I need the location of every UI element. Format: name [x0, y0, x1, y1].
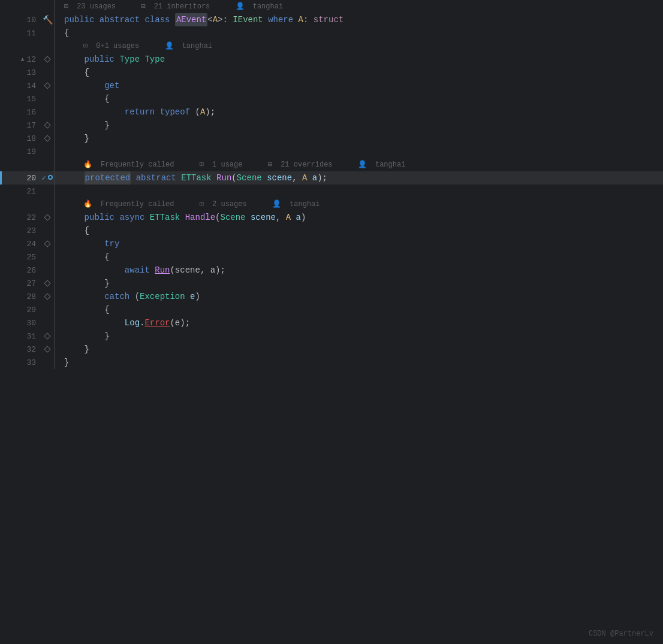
svg-point-1 [49, 176, 52, 179]
line-number-11: 11 [26, 29, 36, 38]
code-line-24: 24 try [0, 237, 663, 250]
usages-icon-20: ⊡ [200, 158, 204, 171]
line-number-31: 31 [26, 332, 36, 341]
code-line-10: 10 🔨 public abstract class AEvent<A>: IE… [0, 13, 663, 26]
usages-count-12: 0+1 usages [96, 40, 139, 53]
line-number-29: 29 [26, 306, 36, 315]
line-number-33: 33 [26, 358, 36, 367]
code-line-16: 16 return typeof (A); [0, 105, 663, 119]
line-number-16: 16 [26, 108, 36, 117]
usages-count-20: 1 usage [212, 158, 242, 171]
author-icon-20: 👤 [358, 158, 367, 171]
code-line-26: 26 await Run(scene, a); [0, 264, 663, 277]
code-line-23: 23 { [0, 224, 663, 237]
line-number-24: 24 [26, 240, 36, 249]
code-line-11: 11 { [0, 26, 663, 40]
code-line-22: 22 public async ETTask Handle(Scene scen… [0, 211, 663, 224]
line-number-14: 14 [26, 81, 36, 90]
checkmark-icon-20: ✓ [41, 174, 46, 183]
code-line-13: 13 { [0, 66, 663, 79]
author-icon-12: 👤 [165, 40, 174, 53]
usages-count-22: 2 usages [212, 198, 247, 211]
diamond-icon-18 [44, 135, 50, 141]
code-line-21: 21 [0, 185, 663, 198]
line-number-32: 32 [26, 345, 36, 354]
code-line-17: 17 } [0, 119, 663, 132]
author-icon-10: 👤 [236, 0, 245, 13]
overrides-icon-20: ⊟ [268, 158, 272, 171]
line-number-21: 21 [26, 187, 36, 196]
diamond-icon-32 [44, 346, 50, 352]
code-line-32: 32 } [0, 343, 663, 356]
editor-container: ⊡ 23 usages ⊟ 21 inheritors 👤 tanghai 10… [0, 0, 663, 644]
line-number-12: 12 [26, 55, 36, 64]
flame-icon-22: 🔥 [83, 198, 92, 211]
line-number-25: 25 [26, 253, 36, 262]
usages-count-10: 23 usages [77, 0, 116, 13]
code-line-30: 30 Log.Error(e); [0, 316, 663, 329]
code-line-25: 25 { [0, 250, 663, 264]
line-number-13: 13 [26, 68, 36, 77]
diamond-icon-28 [44, 293, 50, 300]
meta-line-22: 🔥 Frequently called ⊡ 2 usages 👤 tanghai [55, 198, 320, 211]
line-number-28: 28 [26, 292, 36, 301]
author-22: tanghai [290, 198, 320, 211]
diamond-icon-14 [44, 82, 50, 89]
inheritors-count-10: 21 inheritors [154, 0, 210, 13]
author-12: tanghai [182, 40, 212, 53]
usages-icon-12: ⊡ [83, 40, 88, 53]
flame-icon-20: 🔥 [83, 158, 92, 171]
meta-line-12: ⊡ 0+1 usages 👤 tanghai [55, 40, 212, 53]
code-line-18: 18 } [0, 132, 663, 145]
inheritors-icon-10: ⊟ [141, 0, 145, 13]
author-icon-22: 👤 [272, 198, 281, 211]
code-line-12: ▲ 12 public Type Type [0, 53, 663, 66]
diamond-icon-12 [44, 56, 50, 62]
line-number-17: 17 [26, 121, 36, 130]
meta-line-20: 🔥 Frequently called ⊡ 1 usage ⊟ 21 overr… [55, 158, 405, 171]
line-number-10: 10 [26, 16, 36, 25]
diamond-icon-27 [44, 280, 50, 286]
dot-icon-20 [47, 173, 53, 183]
code-line-27: 27 } [0, 277, 663, 290]
diamond-icon-17 [44, 122, 50, 128]
usages-icon-22: ⊡ [200, 198, 204, 211]
author-10: tanghai [253, 0, 283, 13]
diamond-icon-24 [44, 240, 50, 247]
diamond-icon-31 [44, 332, 50, 339]
code-line-15: 15 { [0, 92, 663, 105]
line-number-18: 18 [26, 134, 36, 143]
line-number-26: 26 [26, 266, 36, 275]
code-line-19: 19 [0, 145, 663, 158]
overrides-count-20: 21 overrides [281, 158, 332, 171]
line-number-19: 19 [26, 147, 36, 156]
code-line-14: 14 get [0, 79, 663, 92]
usages-icon-10: ⊡ [64, 0, 68, 13]
line-number-23: 23 [26, 226, 36, 235]
collapse-icon-12: ▲ [20, 56, 24, 63]
line-number-20: 20 [26, 174, 36, 183]
code-line-29: 29 { [0, 303, 663, 316]
line-number-22: 22 [26, 213, 36, 222]
line-number-27: 27 [26, 279, 36, 288]
watermark: CSDN @PartnerLv [589, 630, 653, 638]
code-line-28: 28 catch (Exception e) [0, 290, 663, 303]
code-line-33: 33 } [0, 356, 663, 369]
line-number-30: 30 [26, 319, 36, 328]
hammer-icon: 🔨 [43, 15, 53, 25]
code-line-20: 20 ✓ protected abstract ETTask Run(Scene… [0, 171, 663, 185]
code-line-31: 31 } [0, 329, 663, 343]
frequently-called-22: Frequently called [101, 198, 174, 211]
meta-line-10: ⊡ 23 usages ⊟ 21 inheritors 👤 tanghai [55, 0, 283, 13]
author-20: tanghai [375, 158, 405, 171]
line-number-15: 15 [26, 95, 36, 104]
diamond-icon-22 [44, 214, 50, 220]
frequently-called-20: Frequently called [101, 158, 174, 171]
